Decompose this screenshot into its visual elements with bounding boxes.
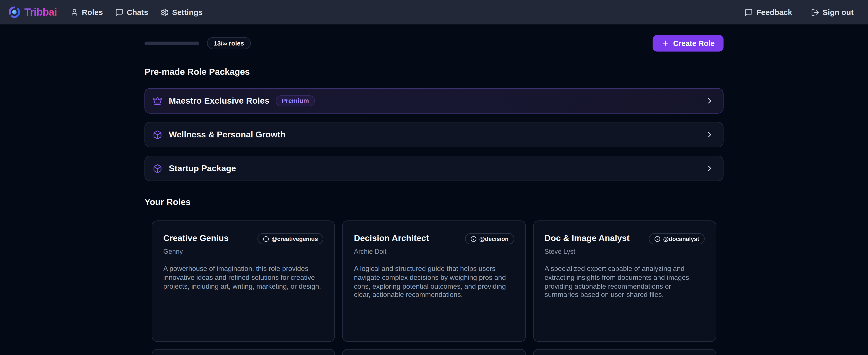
create-role-label: Create Role (673, 39, 715, 47)
role-handle: @docanalyst (663, 235, 699, 242)
package-box-icon (153, 130, 162, 139)
role-description: A logical and structured guide that help… (354, 265, 514, 300)
gear-icon (160, 8, 169, 16)
role-card[interactable] (533, 349, 716, 355)
nav-item-roles[interactable]: Roles (70, 8, 103, 17)
plus-icon (661, 39, 669, 47)
feedback-label: Feedback (756, 8, 792, 17)
info-icon (470, 236, 476, 242)
roles-count-badge: 13/∞ roles (207, 37, 251, 49)
primary-nav: Roles Chats Settings (70, 8, 203, 17)
chevron-right-icon (705, 96, 714, 105)
role-title: Decision Architect (354, 233, 429, 243)
nav-item-chats[interactable]: Chats (115, 8, 148, 17)
role-handle: @creativegenius (272, 235, 318, 242)
nav-item-label: Roles (82, 8, 103, 17)
nav-item-label: Chats (127, 8, 148, 17)
app-root: Tribbai Roles Chats (0, 0, 868, 355)
package-row-startup[interactable]: Startup Package (145, 156, 723, 181)
package-name: Maestro Exclusive Roles (169, 96, 270, 106)
create-role-button[interactable]: Create Role (653, 35, 723, 52)
chevron-right-icon (705, 130, 714, 139)
role-title: Creative Genius (163, 233, 229, 243)
info-icon (654, 236, 660, 242)
role-card-doc-image-analyst[interactable]: Doc & Image Analyst @docanalyst Steve Ly… (533, 220, 716, 342)
package-name: Wellness & Personal Growth (169, 129, 286, 140)
sign-out-icon (811, 8, 819, 16)
chat-bubble-icon (745, 8, 753, 16)
role-card-decision-architect[interactable]: Decision Architect @decision Archie Doit… (342, 220, 526, 342)
role-grid-next-row (145, 349, 723, 355)
sign-out-label: Sign out (823, 8, 854, 17)
user-icon (70, 8, 79, 16)
role-handle-badge[interactable]: @docanalyst (649, 233, 705, 244)
package-box-icon (153, 164, 162, 173)
chat-bubble-icon (115, 8, 123, 16)
navbar-right: Feedback Sign out (745, 8, 854, 17)
role-subtitle: Steve Lyst (545, 248, 705, 256)
package-row-wellness[interactable]: Wellness & Personal Growth (145, 122, 723, 147)
package-name: Startup Package (169, 164, 236, 173)
role-card-creative-genius[interactable]: Creative Genius @creativegenius Genny A … (152, 220, 335, 342)
brand-name: Tribbai (24, 6, 57, 18)
your-roles-section-title: Your Roles (145, 197, 723, 207)
package-list: Maestro Exclusive Roles Premium Wellness… (145, 88, 723, 181)
role-handle-badge[interactable]: @creativegenius (257, 233, 323, 244)
main-content: 13/∞ roles Create Role Pre-made Role Pac… (0, 35, 868, 355)
premium-badge: Premium (276, 95, 315, 107)
feedback-button[interactable]: Feedback (745, 8, 792, 17)
top-navbar: Tribbai Roles Chats (0, 0, 868, 24)
role-card[interactable] (152, 349, 335, 355)
role-description: A powerhouse of imagination, this role p… (163, 265, 323, 291)
nav-item-settings[interactable]: Settings (160, 8, 203, 17)
nav-item-label: Settings (172, 8, 203, 17)
role-description: A specialized expert capable of analyzin… (545, 265, 705, 300)
roles-toolbar: 13/∞ roles Create Role (145, 35, 723, 52)
chevron-right-icon (705, 164, 714, 173)
role-handle-badge[interactable]: @decision (465, 233, 514, 244)
roles-usage: 13/∞ roles (145, 37, 251, 49)
brand-logo[interactable]: Tribbai (8, 6, 57, 19)
role-grid: Creative Genius @creativegenius Genny A … (145, 220, 723, 342)
role-title: Doc & Image Analyst (545, 233, 629, 243)
role-handle: @decision (479, 235, 508, 242)
packages-section-title: Pre-made Role Packages (145, 67, 723, 77)
role-subtitle: Genny (163, 248, 323, 256)
role-subtitle: Archie Doit (354, 248, 514, 256)
crown-icon (153, 96, 162, 105)
role-card[interactable] (342, 349, 526, 355)
sign-out-button[interactable]: Sign out (811, 8, 854, 17)
brand-swirl-icon (8, 6, 21, 19)
roles-progress-bar (145, 41, 199, 45)
package-row-maestro[interactable]: Maestro Exclusive Roles Premium (145, 88, 723, 114)
info-icon (263, 236, 269, 242)
